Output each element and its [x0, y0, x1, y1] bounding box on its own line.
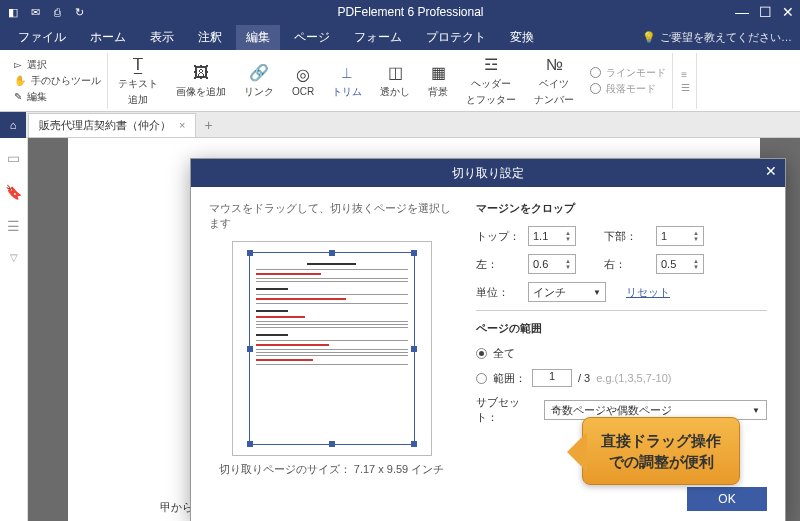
home-icon: ⌂ [10, 119, 17, 131]
radio-icon [590, 83, 601, 94]
right-input[interactable]: 0.5▲▼ [656, 254, 704, 274]
redo-icon[interactable]: ↻ [72, 5, 86, 19]
handle-mr[interactable] [411, 346, 417, 352]
workspace: ▭ 🔖 ☰ ▽ 甲から乙に支払う販売手数料は、乙による本件製品の販売代金の○○パ… [0, 138, 800, 521]
close-icon[interactable]: × [179, 119, 185, 131]
app-title: PDFelement 6 Professional [86, 5, 735, 19]
dialog-footer: OK [191, 487, 785, 521]
selection-tools: ▻選択 ✋手のひらツール ✎編集 [8, 53, 108, 109]
ribbon-header-footer[interactable]: ☲ ヘッダー とフッター [458, 53, 524, 109]
unit-select[interactable]: インチ▼ [528, 282, 606, 302]
handle-tr[interactable] [411, 250, 417, 256]
ribbon-trim[interactable]: ⟂ トリム [324, 53, 370, 109]
ribbon: ▻選択 ✋手のひらツール ✎編集 T̲ テキスト 追加 🖼 画像を追加 🔗 リン… [0, 50, 800, 112]
bulb-icon: 💡 [642, 31, 656, 44]
menu-page[interactable]: ページ [284, 25, 340, 50]
paragraph-mode[interactable]: 段落モード [590, 82, 666, 96]
callout-line2: での調整が便利 [601, 451, 721, 472]
dialog-title-bar: 切り取り設定 ✕ [191, 159, 785, 187]
annotation-callout: 直接ドラッグ操作 での調整が便利 [582, 417, 740, 485]
menu-protect[interactable]: プロテクト [416, 25, 496, 50]
range-total: / 3 [578, 372, 590, 384]
ribbon-text[interactable]: T̲ テキスト 追加 [110, 53, 166, 109]
window-controls: — ☐ ✕ [735, 4, 794, 20]
subset-label: サブセット： [476, 395, 536, 425]
close-icon[interactable]: ✕ [765, 163, 777, 179]
range-from-input[interactable]: 1 [532, 369, 572, 387]
maximize-button[interactable]: ☐ [759, 4, 772, 20]
radio-icon [476, 348, 487, 359]
align-icon[interactable]: ≡ [681, 69, 690, 80]
link-icon: 🔗 [249, 63, 269, 83]
radio-icon [590, 67, 601, 78]
menu-annotate[interactable]: 注釈 [188, 25, 232, 50]
handle-br[interactable] [411, 441, 417, 447]
background-icon: ▦ [428, 63, 448, 83]
hand-tool[interactable]: ✋手のひらツール [14, 74, 101, 88]
tab-strip: ⌂ 販売代理店契約書（仲介） × + [0, 112, 800, 138]
bottom-input[interactable]: 1▲▼ [656, 226, 704, 246]
hand-icon: ✋ [14, 75, 26, 86]
minimize-button[interactable]: — [735, 4, 749, 20]
app-icon: ◧ [6, 5, 20, 19]
ribbon-watermark[interactable]: ◫ 透かし [372, 53, 418, 109]
reset-link[interactable]: リセット [626, 285, 670, 300]
line-mode[interactable]: ラインモード [590, 66, 666, 80]
top-input[interactable]: 1.1▲▼ [528, 226, 576, 246]
handle-tc[interactable] [329, 250, 335, 256]
print-icon[interactable]: ⎙ [50, 5, 64, 19]
handle-tl[interactable] [247, 250, 253, 256]
edit-mode-group: ラインモード 段落モード [584, 53, 673, 109]
ribbon-image[interactable]: 🖼 画像を追加 [168, 53, 234, 109]
home-tab[interactable]: ⌂ [0, 112, 26, 138]
menu-file[interactable]: ファイル [8, 25, 76, 50]
ribbon-background[interactable]: ▦ 背景 [420, 53, 456, 109]
radio-icon [476, 373, 487, 384]
canvas: 甲から乙に支払う販売手数料は、乙による本件製品の販売代金の○○パーセントとし、乙… [28, 138, 800, 521]
callout-line1: 直接ドラッグ操作 [601, 430, 721, 451]
close-button[interactable]: ✕ [782, 4, 794, 20]
header-icon: ☲ [481, 55, 501, 75]
dialog-title: 切り取り設定 [452, 165, 524, 182]
menu-convert[interactable]: 変換 [500, 25, 544, 50]
document-tab[interactable]: 販売代理店契約書（仲介） × [28, 113, 196, 137]
quick-access: ◧ ✉ ⎙ ↻ [6, 5, 86, 19]
thumbnails-icon[interactable]: ▭ [7, 150, 20, 166]
select-tool[interactable]: ▻選択 [14, 58, 101, 72]
preview-pane: マウスをドラッグして、切り抜くページを選択します [209, 201, 454, 477]
edit-tool[interactable]: ✎編集 [14, 90, 101, 104]
instruction-text: マウスをドラッグして、切り抜くページを選択します [209, 201, 454, 231]
range-custom[interactable]: 範囲： 1 / 3 e.g.(1,3,5,7-10) [476, 369, 767, 387]
top-label: トップ： [476, 229, 520, 244]
ocr-icon: ◎ [293, 64, 313, 84]
ribbon-link[interactable]: 🔗 リンク [236, 53, 282, 109]
mail-icon[interactable]: ✉ [28, 5, 42, 19]
chevron-down-icon: ▼ [752, 406, 760, 415]
page-preview[interactable] [232, 241, 432, 456]
help-hint[interactable]: 💡ご要望を教えてください… [642, 30, 792, 45]
search-panel-icon[interactable]: ☰ [7, 218, 20, 234]
range-example: e.g.(1,3,5,7-10) [596, 372, 671, 384]
handle-bc[interactable] [329, 441, 335, 447]
image-icon: 🖼 [191, 63, 211, 83]
bookmark-icon[interactable]: 🔖 [5, 184, 22, 200]
left-input[interactable]: 0.6▲▼ [528, 254, 576, 274]
range-all[interactable]: 全て [476, 346, 767, 361]
menu-edit[interactable]: 編集 [236, 25, 280, 50]
ok-button[interactable]: OK [687, 487, 767, 511]
crop-box[interactable] [249, 252, 415, 445]
side-rail: ▭ 🔖 ☰ ▽ [0, 138, 28, 521]
ribbon-ocr[interactable]: ◎ OCR [284, 53, 322, 109]
align-group: ≡ ☰ [675, 53, 697, 109]
menu-view[interactable]: 表示 [140, 25, 184, 50]
add-tab[interactable]: + [196, 117, 220, 133]
ribbon-bates[interactable]: № ベイツ ナンバー [526, 53, 582, 109]
handle-bl[interactable] [247, 441, 253, 447]
align-icon[interactable]: ☰ [681, 82, 690, 93]
chevron-down-icon: ▼ [593, 288, 601, 297]
menu-home[interactable]: ホーム [80, 25, 136, 50]
menu-form[interactable]: フォーム [344, 25, 412, 50]
chevron-down-icon[interactable]: ▽ [10, 252, 18, 263]
handle-ml[interactable] [247, 346, 253, 352]
margin-title: マージンをクロップ [476, 201, 767, 216]
